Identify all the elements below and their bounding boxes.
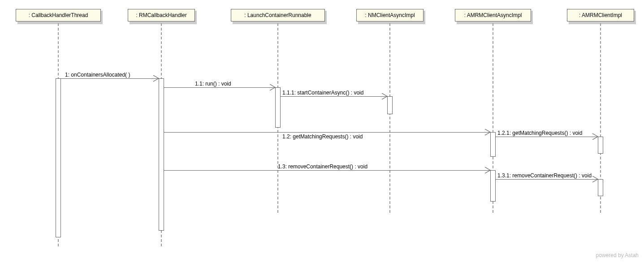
participant-amrmclientimpl: : AMRMClientImpl bbox=[567, 9, 634, 21]
participant-launchcontainerrunnable: : LaunchContainerRunnable bbox=[231, 9, 325, 21]
participant-callbackhandlerthread: : CallbackHandlerThread bbox=[16, 9, 101, 21]
activation-bar bbox=[56, 78, 61, 237]
participant-nmclientasyncimpl: : NMClientAsyncImpl bbox=[356, 9, 424, 21]
message-line bbox=[164, 87, 275, 88]
message-line bbox=[164, 170, 490, 171]
participant-label: : AMRMClientImpl bbox=[579, 12, 622, 18]
message-line bbox=[496, 137, 598, 137]
arrowhead-icon bbox=[592, 133, 599, 140]
watermark: powered by Astah bbox=[596, 252, 639, 258]
participant-label: : RMCallbackHandler bbox=[136, 12, 186, 18]
activation-bar bbox=[490, 170, 496, 202]
activation-bar bbox=[490, 132, 496, 157]
message-label: 1.3: removeContainerRequest() : void bbox=[278, 163, 367, 170]
participant-label: : CallbackHandlerThread bbox=[29, 12, 88, 18]
arrowhead-icon bbox=[485, 167, 491, 173]
participant-label: : AMRMClientAsyncImpl bbox=[464, 12, 522, 18]
activation-bar bbox=[159, 78, 164, 231]
arrowhead-icon bbox=[382, 93, 388, 99]
message-label: 1.2: getMatchingRequests() : void bbox=[282, 133, 363, 140]
participant-label: : NMClientAsyncImpl bbox=[365, 12, 415, 18]
message-line bbox=[496, 179, 598, 180]
message-label: 1.1: run() : void bbox=[195, 81, 231, 87]
message-line bbox=[61, 78, 159, 79]
message-label: 1.2.1: getMatchingRequests() : void bbox=[497, 130, 582, 136]
participant-rmcallbackhandler: : RMCallbackHandler bbox=[128, 9, 195, 21]
message-line bbox=[281, 96, 387, 97]
participant-label: : LaunchContainerRunnable bbox=[244, 12, 311, 18]
arrowhead-icon bbox=[153, 75, 160, 82]
arrowhead-icon bbox=[485, 129, 491, 135]
activation-bar bbox=[275, 87, 281, 128]
arrowhead-icon bbox=[270, 84, 276, 90]
message-line bbox=[164, 132, 490, 133]
lifeline-dash bbox=[389, 23, 390, 213]
message-label: 1: onContainersAllocated( ) bbox=[65, 72, 130, 78]
participant-amrmclientasyncimpl: : AMRMClientAsyncImpl bbox=[455, 9, 531, 21]
message-label: 1.1.1: startContainerAsync() : void bbox=[282, 90, 363, 96]
message-label: 1.3.1: removeContainerRequest() : void bbox=[497, 172, 592, 179]
arrowhead-icon bbox=[592, 176, 599, 182]
